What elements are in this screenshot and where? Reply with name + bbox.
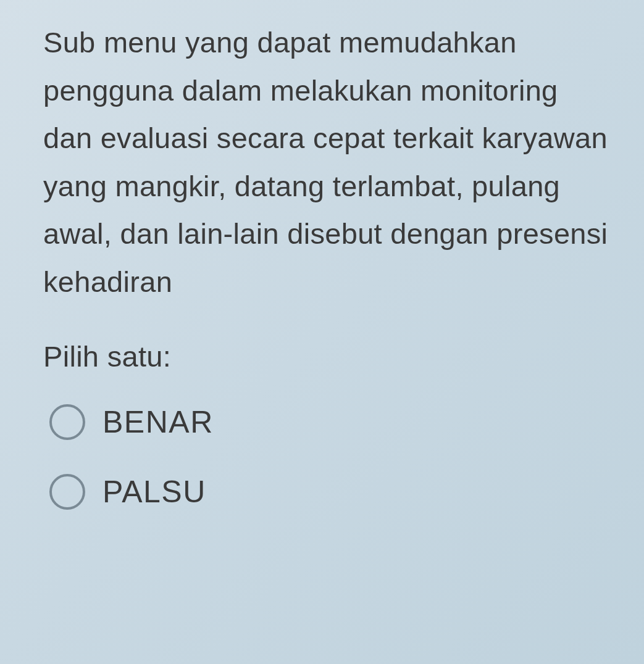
question-text: Sub menu yang dapat memudahkan pengguna …	[43, 19, 613, 305]
prompt-label: Pilih satu:	[43, 339, 613, 373]
radio-icon	[49, 404, 85, 440]
options-group: BENAR PALSU	[43, 404, 613, 510]
radio-icon	[49, 474, 85, 510]
option-label: PALSU	[102, 474, 206, 510]
option-benar[interactable]: BENAR	[49, 404, 613, 440]
option-label: BENAR	[102, 404, 214, 440]
option-palsu[interactable]: PALSU	[49, 474, 613, 510]
